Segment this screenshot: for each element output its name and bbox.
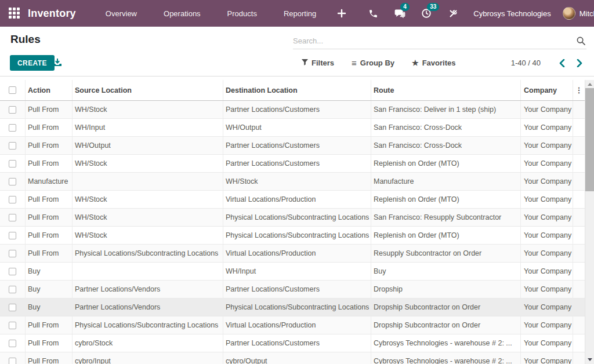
favorites-button[interactable]: ★ Favorites	[412, 59, 455, 67]
menu-reporting[interactable]: Reporting	[270, 1, 329, 26]
column-header-source[interactable]: Source Location	[73, 80, 223, 100]
view-controls: Filters ≡ Group By ★ Favorites	[302, 55, 455, 71]
cell-source-location: WH/Output	[73, 137, 223, 154]
app-name[interactable]: Inventory	[28, 8, 76, 20]
search-bar	[293, 34, 586, 49]
cell-source-location	[73, 173, 223, 190]
cell-destination-location: WH/Input	[223, 263, 371, 280]
row-checkbox[interactable]	[9, 268, 16, 275]
cell-route: Dropship Subcontractor on Order	[371, 316, 521, 334]
cell-company: Your Company	[521, 119, 573, 136]
row-checkbox[interactable]	[9, 286, 16, 293]
user-avatar[interactable]	[563, 7, 575, 20]
cell-company: Your Company	[521, 137, 573, 154]
rules-table-body: Pull From WH/Stock Partner Locations/Cus…	[0, 101, 585, 364]
search-input[interactable]	[293, 34, 566, 48]
row-checkbox[interactable]	[9, 196, 16, 203]
table-row[interactable]: Buy Partner Locations/Vendors Physical L…	[0, 299, 585, 316]
activities-clock-icon[interactable]: 33	[420, 7, 433, 20]
row-checkbox[interactable]	[9, 160, 16, 168]
row-checkbox[interactable]	[9, 124, 16, 132]
table-row[interactable]: Buy WH/Input Buy Your Company	[0, 263, 585, 281]
row-checkbox[interactable]	[9, 178, 16, 185]
table-row[interactable]: Manufacture WH/Stock Manufacture Your Co…	[0, 173, 585, 191]
row-checkbox[interactable]	[9, 304, 16, 311]
cell-destination-location: Partner Locations/Customers	[223, 101, 371, 118]
export-icon[interactable]	[53, 59, 62, 70]
cell-company: Your Company	[521, 155, 573, 172]
menu-overview[interactable]: Overview	[92, 1, 150, 26]
column-header-route[interactable]: Route	[371, 80, 521, 100]
cell-route: Resupply Subcontractor on Order	[371, 245, 521, 262]
cell-company: Your Company	[521, 334, 573, 352]
table-row[interactable]: Buy Partner Locations/Vendors Partner Lo…	[0, 281, 585, 299]
row-checkbox[interactable]	[9, 106, 16, 114]
table-row[interactable]: Pull From WH/Stock Virtual Locations/Pro…	[0, 191, 585, 209]
scroll-up-icon[interactable]	[588, 83, 592, 86]
row-checkbox[interactable]	[9, 142, 16, 150]
cell-route: Replenish on Order (MTO)	[371, 155, 521, 172]
menu-operations[interactable]: Operations	[150, 1, 214, 26]
cell-action: Pull From	[26, 209, 73, 226]
search-icon[interactable]	[577, 37, 585, 48]
phone-icon[interactable]	[367, 7, 379, 20]
cell-action: Buy	[26, 299, 73, 316]
tools-icon[interactable]	[447, 7, 459, 20]
cell-action: Buy	[26, 263, 73, 280]
rules-table: Action Source Location Destination Locat…	[0, 80, 585, 364]
navbar-systray: 4 33 Cybrosys Technologies Mitchell Admi…	[329, 7, 594, 20]
table-row[interactable]: Pull From WH/Stock Physical Locations/Su…	[0, 209, 585, 227]
column-header-company[interactable]: Company	[521, 80, 573, 100]
cell-source-location: WH/Stock	[73, 209, 223, 226]
table-row[interactable]: Pull From Physical Locations/Subcontract…	[0, 316, 585, 334]
column-header-action[interactable]: Action	[26, 80, 73, 100]
table-row[interactable]: Pull From WH/Stock Partner Locations/Cus…	[0, 101, 585, 119]
cell-source-location: Physical Locations/Subcontracting Locati…	[73, 245, 223, 262]
cell-source-location: cybro/Stock	[73, 334, 223, 352]
menu-products[interactable]: Products	[214, 1, 270, 26]
create-button[interactable]: CREATE	[10, 55, 55, 71]
row-checkbox[interactable]	[9, 232, 16, 239]
table-row[interactable]: Pull From WH/Input WH/Output San Francis…	[0, 119, 585, 137]
table-row[interactable]: Pull From cybro/Stock Partner Locations/…	[0, 334, 585, 352]
apps-menu-icon[interactable]	[9, 8, 20, 19]
optional-columns-icon[interactable]: ⋮	[575, 86, 583, 94]
table-row[interactable]: Pull From cybro/Input cybro/Output Cybro…	[0, 352, 585, 364]
pager-next-button[interactable]	[573, 57, 586, 70]
column-header-destination[interactable]: Destination Location	[223, 80, 371, 100]
plus-icon[interactable]	[335, 7, 348, 20]
group-by-icon: ≡	[352, 58, 357, 68]
pager-previous-button[interactable]	[556, 57, 568, 70]
row-checkbox[interactable]	[9, 214, 16, 221]
table-row[interactable]: Pull From WH/Stock Physical Locations/Su…	[0, 227, 585, 245]
cell-company: Your Company	[521, 352, 573, 364]
row-checkbox[interactable]	[9, 322, 16, 329]
cell-action: Pull From	[26, 137, 73, 154]
cell-destination-location: WH/Stock	[223, 173, 371, 190]
table-row[interactable]: Pull From Physical Locations/Subcontract…	[0, 245, 585, 263]
cell-action: Pull From	[26, 245, 73, 262]
scroll-down-icon[interactable]	[588, 358, 592, 361]
table-row[interactable]: Pull From WH/Stock Partner Locations/Cus…	[0, 155, 585, 173]
cell-company: Your Company	[521, 299, 573, 316]
cell-action: Pull From	[26, 119, 73, 136]
row-checkbox[interactable]	[9, 250, 16, 257]
cell-source-location: Physical Locations/Subcontracting Locati…	[73, 316, 223, 334]
group-by-button[interactable]: ≡ Group By	[352, 58, 394, 68]
star-icon: ★	[412, 59, 419, 67]
row-checkbox[interactable]	[9, 358, 16, 364]
scrollbar-thumb[interactable]	[585, 88, 594, 191]
cell-source-location: Partner Locations/Vendors	[73, 299, 223, 316]
messages-icon[interactable]: 4	[393, 7, 406, 20]
select-all-checkbox[interactable]	[9, 86, 16, 94]
user-menu[interactable]: Mitchell Admin	[579, 9, 594, 18]
filters-button[interactable]: Filters	[302, 59, 334, 67]
page-title: Rules	[10, 33, 41, 46]
vertical-scrollbar[interactable]	[585, 80, 594, 364]
row-checkbox[interactable]	[9, 340, 16, 347]
cell-destination-location: Virtual Locations/Production	[223, 191, 371, 208]
cell-destination-location: Virtual Locations/Production	[223, 245, 371, 262]
header-divider	[0, 76, 594, 77]
company-switcher[interactable]: Cybrosys Technologies	[473, 9, 550, 18]
table-row[interactable]: Pull From WH/Output Partner Locations/Cu…	[0, 137, 585, 155]
